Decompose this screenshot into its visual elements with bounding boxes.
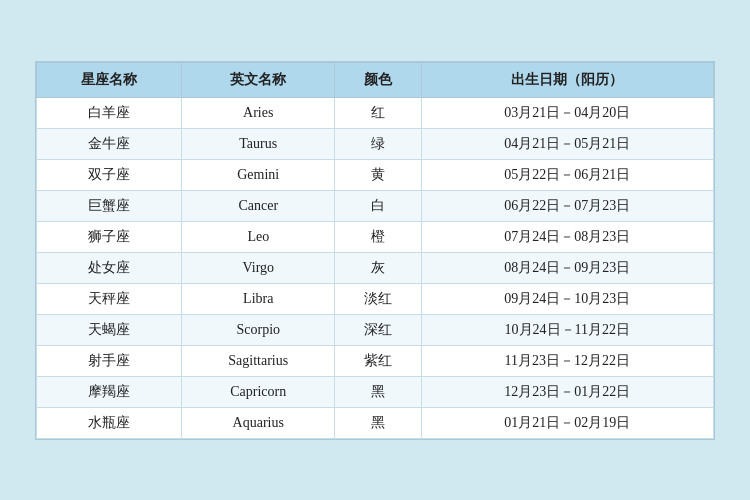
cell-color: 淡红: [335, 283, 421, 314]
cell-chinese-name: 摩羯座: [37, 376, 182, 407]
table-header-row: 星座名称 英文名称 颜色 出生日期（阳历）: [37, 62, 714, 97]
cell-chinese-name: 天秤座: [37, 283, 182, 314]
cell-chinese-name: 双子座: [37, 159, 182, 190]
cell-color: 紫红: [335, 345, 421, 376]
cell-english-name: Gemini: [182, 159, 335, 190]
header-color: 颜色: [335, 62, 421, 97]
cell-chinese-name: 水瓶座: [37, 407, 182, 438]
cell-chinese-name: 白羊座: [37, 97, 182, 128]
cell-english-name: Aquarius: [182, 407, 335, 438]
cell-dates: 04月21日－05月21日: [421, 128, 713, 159]
header-english-name: 英文名称: [182, 62, 335, 97]
cell-color: 深红: [335, 314, 421, 345]
cell-english-name: Taurus: [182, 128, 335, 159]
table-body: 白羊座Aries红03月21日－04月20日金牛座Taurus绿04月21日－0…: [37, 97, 714, 438]
cell-color: 黑: [335, 376, 421, 407]
cell-english-name: Cancer: [182, 190, 335, 221]
cell-english-name: Scorpio: [182, 314, 335, 345]
cell-color: 白: [335, 190, 421, 221]
zodiac-table: 星座名称 英文名称 颜色 出生日期（阳历） 白羊座Aries红03月21日－04…: [36, 62, 714, 439]
cell-dates: 01月21日－02月19日: [421, 407, 713, 438]
cell-english-name: Virgo: [182, 252, 335, 283]
cell-english-name: Capricorn: [182, 376, 335, 407]
zodiac-table-wrapper: 星座名称 英文名称 颜色 出生日期（阳历） 白羊座Aries红03月21日－04…: [35, 61, 715, 440]
cell-color: 红: [335, 97, 421, 128]
cell-english-name: Aries: [182, 97, 335, 128]
cell-chinese-name: 狮子座: [37, 221, 182, 252]
cell-chinese-name: 天蝎座: [37, 314, 182, 345]
cell-dates: 10月24日－11月22日: [421, 314, 713, 345]
table-row: 天蝎座Scorpio深红10月24日－11月22日: [37, 314, 714, 345]
cell-dates: 11月23日－12月22日: [421, 345, 713, 376]
cell-color: 橙: [335, 221, 421, 252]
table-row: 双子座Gemini黄05月22日－06月21日: [37, 159, 714, 190]
cell-color: 绿: [335, 128, 421, 159]
cell-dates: 12月23日－01月22日: [421, 376, 713, 407]
table-row: 摩羯座Capricorn黑12月23日－01月22日: [37, 376, 714, 407]
cell-chinese-name: 处女座: [37, 252, 182, 283]
cell-english-name: Sagittarius: [182, 345, 335, 376]
cell-chinese-name: 射手座: [37, 345, 182, 376]
cell-dates: 06月22日－07月23日: [421, 190, 713, 221]
cell-dates: 03月21日－04月20日: [421, 97, 713, 128]
table-row: 处女座Virgo灰08月24日－09月23日: [37, 252, 714, 283]
cell-dates: 09月24日－10月23日: [421, 283, 713, 314]
header-chinese-name: 星座名称: [37, 62, 182, 97]
table-row: 金牛座Taurus绿04月21日－05月21日: [37, 128, 714, 159]
cell-chinese-name: 巨蟹座: [37, 190, 182, 221]
cell-english-name: Leo: [182, 221, 335, 252]
header-dates: 出生日期（阳历）: [421, 62, 713, 97]
cell-color: 黄: [335, 159, 421, 190]
cell-color: 黑: [335, 407, 421, 438]
cell-english-name: Libra: [182, 283, 335, 314]
cell-color: 灰: [335, 252, 421, 283]
cell-dates: 07月24日－08月23日: [421, 221, 713, 252]
table-row: 巨蟹座Cancer白06月22日－07月23日: [37, 190, 714, 221]
table-row: 水瓶座Aquarius黑01月21日－02月19日: [37, 407, 714, 438]
table-row: 白羊座Aries红03月21日－04月20日: [37, 97, 714, 128]
cell-dates: 05月22日－06月21日: [421, 159, 713, 190]
table-row: 狮子座Leo橙07月24日－08月23日: [37, 221, 714, 252]
table-row: 射手座Sagittarius紫红11月23日－12月22日: [37, 345, 714, 376]
cell-dates: 08月24日－09月23日: [421, 252, 713, 283]
table-row: 天秤座Libra淡红09月24日－10月23日: [37, 283, 714, 314]
cell-chinese-name: 金牛座: [37, 128, 182, 159]
